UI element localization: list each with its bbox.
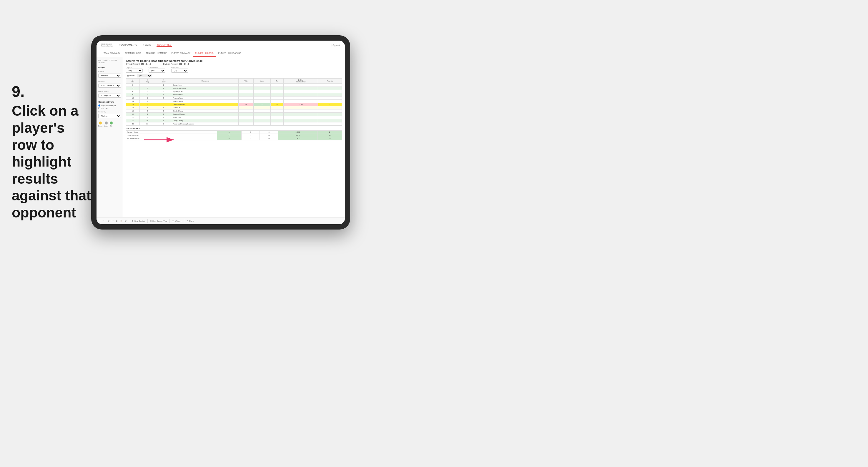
colour-by-label: Colour by: [98, 111, 121, 113]
legend-level: Level: [104, 122, 108, 127]
sign-out-button[interactable]: | Sign out: [332, 44, 340, 46]
cut-button[interactable]: ✂: [112, 220, 114, 222]
th-rounds: Rounds: [318, 79, 342, 84]
nav-logo: SCOREBOARD Powered by clippd: [101, 43, 113, 47]
toolbar: ↩ ↪ ⟳ ✂ ⧉ 📋 ⟳ 👁 View: Original ⬡ Save Cu…: [96, 217, 345, 224]
filter-conference: Conference (All): [149, 67, 165, 73]
tablet-frame: SCOREBOARD Powered by clippd TOURNAMENTS…: [91, 35, 350, 229]
player-section-label: Player: [98, 66, 121, 69]
sidebar: Last Updated: 27/03/2024 16:55:38 Player…: [96, 57, 123, 217]
divider-3: [169, 219, 170, 223]
division-select[interactable]: NCAA Division III: [98, 84, 121, 88]
table-row[interactable]: 522Alexis Sudjianto: [126, 87, 342, 90]
player-rank-select[interactable]: 8. Katelyn Vo: [98, 94, 121, 98]
annotation-number: 9.: [12, 83, 91, 101]
ood-row[interactable]: NAIA Division 115009.26730: [126, 134, 342, 137]
radio-top100[interactable]: Top 100: [98, 107, 121, 109]
view-icon: 👁: [131, 220, 133, 222]
out-of-division-header: Out of division: [126, 127, 342, 129]
table-row[interactable]: 914Sharon Mun: [126, 93, 342, 96]
legend-down-dot: [99, 122, 102, 124]
sub-nav: TEAM SUMMARY TEAM H2H GRID TEAM H2H HEAT…: [96, 50, 345, 57]
paste-button[interactable]: 📋: [120, 220, 122, 222]
table-row[interactable]: 1822Euna Lee: [126, 116, 342, 119]
nav-teams[interactable]: TEAMS: [143, 43, 152, 47]
nav-bar: SCOREBOARD Powered by clippd TOURNAMENTS…: [96, 41, 345, 50]
opponent-view-group: Opponents Played Top 100: [98, 104, 121, 109]
content-record: Overall Record: 353 - 34 - 6 Division Re…: [126, 63, 342, 65]
logo-sub: Powered by clippd: [101, 45, 113, 47]
conference-select[interactable]: (All): [149, 68, 165, 73]
table-row[interactable]: 1063Andrea York: [126, 96, 342, 100]
content-area: Katelyn Vo Head-to-Head Grid for Women's…: [123, 57, 345, 217]
colour-by-select[interactable]: Win/loss: [98, 114, 121, 118]
copy-button[interactable]: ⧉: [116, 220, 117, 222]
view-original-button[interactable]: 👁 View: Original: [131, 220, 145, 222]
table-row[interactable]: 613Sydney Kuo: [126, 90, 342, 93]
legend-level-dot: [105, 122, 108, 124]
region-select[interactable]: (All): [126, 68, 143, 73]
main-content: Last Updated: 27/03/2024 16:55:38 Player…: [96, 57, 345, 217]
legend-up: Up: [110, 122, 113, 127]
share-button[interactable]: ↗ Share: [187, 220, 194, 222]
table-row[interactable]: 31Esther Lee: [126, 84, 342, 87]
tablet-screen: SCOREBOARD Powered by clippd TOURNAMENTS…: [96, 41, 345, 224]
divider-2: [147, 219, 148, 223]
divider-4: [184, 219, 184, 223]
opponent-view-label: Opponent view: [98, 101, 121, 103]
opponents-filter-select[interactable]: (All): [137, 74, 152, 77]
nav-tournaments[interactable]: TOURNAMENTS: [119, 43, 138, 47]
watch-button[interactable]: 👁 Watch ▾: [172, 220, 182, 222]
division-label: Division: [98, 81, 121, 83]
refresh-button[interactable]: ⟳: [125, 220, 126, 222]
opponents-row: Opponents: (All): [126, 74, 342, 77]
table-row[interactable]: 1691Jessica Mason: [126, 113, 342, 116]
colour-legend: Down Level Up: [98, 122, 121, 127]
player-rank-label: Player (Rank): [98, 91, 121, 92]
tab-player-h2h-heatmap[interactable]: PLAYER H2H HEATMAP: [216, 50, 244, 57]
th-div: #Div: [126, 79, 140, 84]
tab-team-summary[interactable]: TEAM SUMMARY: [101, 50, 123, 57]
redo-button[interactable]: ↪: [103, 220, 105, 222]
nav-committee[interactable]: COMMITTEE: [157, 43, 172, 47]
table-row[interactable]: 1474Eunice Yi: [126, 106, 342, 110]
th-win: Win: [239, 79, 254, 84]
table-row[interactable]: 19106Emily Chang: [126, 119, 342, 122]
annotation-body: Click on aplayer's row tohighlight resul…: [12, 102, 91, 221]
table-row[interactable]: 131HeeJo Hyun: [126, 100, 342, 103]
undo-button[interactable]: ↩: [99, 220, 101, 222]
forward-button[interactable]: ⟳: [108, 220, 110, 222]
tab-team-h2h-heatmap[interactable]: TEAM H2H HEATMAP: [144, 50, 169, 57]
tab-team-h2h-grid[interactable]: TEAM H2H GRID: [123, 50, 144, 57]
th-tie: Tie: [270, 79, 283, 84]
th-conf: #Conf: [155, 79, 172, 84]
nav-links: TOURNAMENTS TEAMS COMMITTEE: [119, 43, 332, 47]
opponents-label: Opponents:: [126, 75, 135, 76]
table-row[interactable]: 1585Stella Cheng: [126, 110, 342, 113]
filter-opponent: Opponent (All): [171, 67, 188, 73]
filter-row: Region (All) Conference (All) Opponent: [126, 67, 342, 73]
ood-row[interactable]: NCAA Division 25007.40010: [126, 137, 342, 141]
overall-record: Overall Record: 353 - 34 - 6: [126, 63, 151, 65]
save-custom-view-button[interactable]: ⬡ Save Custom View: [150, 220, 167, 222]
legend-down: Down: [98, 122, 102, 127]
gender-select[interactable]: Women's: [98, 73, 121, 78]
opponent-select[interactable]: (All): [171, 68, 188, 73]
table-row[interactable]: 20117Federica Domecq Lacroze: [126, 122, 342, 126]
content-title: Katelyn Vo Head-to-Head Grid for Women's…: [126, 59, 342, 62]
th-loss: Loss: [254, 79, 271, 84]
timestamp: Last Updated: 27/03/2024 16:55:38: [98, 59, 121, 64]
gender-label: Gender: [98, 71, 121, 72]
th-diff: Diff AvStrokes/Rnd: [283, 79, 318, 84]
divider-1: [129, 219, 129, 223]
th-reg: #Reg: [140, 79, 155, 84]
filter-region: Region (All): [126, 67, 143, 73]
tab-player-summary[interactable]: PLAYER SUMMARY: [169, 50, 193, 57]
radio-opponents-played[interactable]: Opponents Played: [98, 104, 121, 106]
annotation-text: 9. Click on aplayer's row tohighlight re…: [12, 83, 91, 221]
tab-player-h2h-grid[interactable]: PLAYER H2H GRID: [193, 50, 216, 57]
th-opponent: Opponent: [172, 79, 239, 84]
ood-row[interactable]: Foreign Team1004.5002: [126, 131, 342, 134]
table-row[interactable]: 131Jessica Huang010-3.002: [126, 103, 342, 106]
watch-icon: 👁: [172, 220, 174, 222]
